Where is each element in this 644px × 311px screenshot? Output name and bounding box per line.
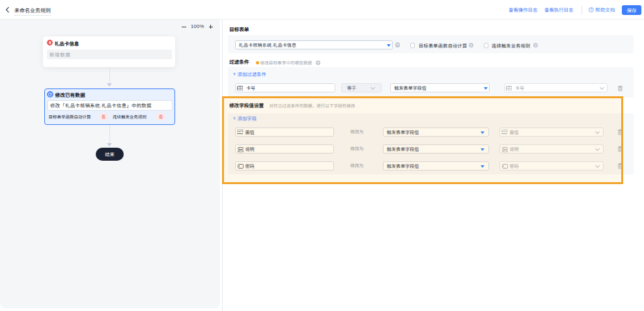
svg-text:?: ?: [591, 8, 593, 12]
